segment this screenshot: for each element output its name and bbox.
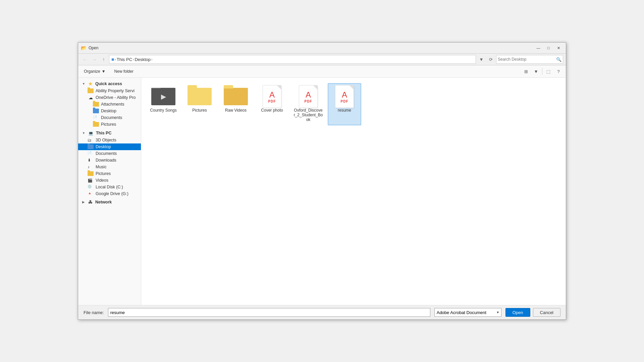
sidebar-item-pictures-label: Pictures: [96, 171, 111, 176]
acrobat-icon: A: [342, 90, 347, 100]
acrobat-icon: A: [269, 90, 275, 100]
folder-shape: [224, 88, 248, 105]
search-icon: 🔍: [556, 57, 561, 62]
sidebar-item-documents-quick[interactable]: 📄 Documents: [78, 114, 141, 121]
sidebar-item-ability-label: Ability Property Servi: [96, 88, 135, 93]
file-item-oxford[interactable]: A PDF Oxford_Discover_2_Student_Book: [291, 83, 325, 125]
sidebar-item-google-drive[interactable]: 🔺 Google Drive (G:): [78, 190, 141, 197]
sidebar-item-desktop-quick-label: Desktop: [101, 109, 116, 113]
forward-button[interactable]: →: [90, 55, 98, 63]
quick-access-header[interactable]: ▼ ★ Quick access: [78, 79, 141, 87]
pictures-folder-icon: [186, 86, 213, 107]
this-pc-header[interactable]: ▼ 💻 This PC: [78, 128, 141, 137]
footer: File name: Adobe Acrobat Document Open C…: [78, 305, 566, 319]
play-icon: ▶: [161, 93, 166, 101]
organize-button[interactable]: Organize ▼: [81, 67, 109, 76]
back-button[interactable]: ←: [81, 55, 89, 63]
network-header[interactable]: ▶ 🖧 Network: [78, 198, 141, 205]
title-bar: 📂 Open — □ ✕: [78, 43, 566, 54]
nav-bar: ← → ↑ ■ › This PC › Desktop › ▼ ⟳ 🔍: [78, 54, 566, 65]
sidebar-item-videos[interactable]: 🎬 Videos: [78, 177, 141, 184]
sidebar-item-downloads[interactable]: ⬇ Downloads: [78, 157, 141, 164]
file-name-input[interactable]: [108, 308, 430, 317]
file-name-label: File name:: [84, 310, 104, 315]
folder-blue-icon: [88, 144, 94, 149]
maximize-button[interactable]: □: [544, 45, 553, 51]
help-button[interactable]: ?: [554, 67, 563, 76]
folder-blue-icon: [93, 109, 99, 113]
breadcrumb-desktop[interactable]: Desktop: [135, 57, 151, 62]
view-dropdown-button[interactable]: ▼: [531, 67, 541, 76]
breadcrumb: ■ › This PC › Desktop ›: [109, 55, 476, 64]
sidebar-item-documents-label: Documents: [96, 151, 117, 156]
search-input[interactable]: [498, 57, 555, 62]
music-icon: ♪: [88, 165, 94, 169]
dialog-icon: 📂: [81, 45, 87, 51]
raw-videos-folder-icon: [222, 86, 249, 107]
quick-access-label: Quick access: [95, 81, 122, 86]
pdf-label: PDF: [268, 100, 276, 103]
sidebar-item-onedrive[interactable]: ☁ OneDrive - Ability Pro: [78, 94, 141, 101]
sidebar-item-desktop[interactable]: Desktop: [78, 143, 141, 150]
file-type-select[interactable]: Adobe Acrobat Document: [434, 308, 501, 317]
cover-photo-name: Cover photo: [261, 108, 283, 113]
sidebar-item-downloads-label: Downloads: [96, 158, 116, 163]
view-large-icon-button[interactable]: ⊞: [521, 67, 531, 76]
this-pc-section: ▼ 💻 This PC 🗂 3D Objects Desktop 📄 Docum…: [78, 128, 141, 197]
file-item-pictures[interactable]: Pictures: [183, 83, 216, 125]
docs-icon: 📄: [93, 115, 99, 120]
pictures-name: Pictures: [192, 108, 207, 113]
title-bar-controls: — □ ✕: [534, 45, 563, 51]
toolbar-right: ⊞ ▼ ⬚ ?: [521, 67, 563, 76]
minimize-button[interactable]: —: [534, 45, 543, 51]
folder-shape: [187, 88, 212, 105]
sidebar-item-3d-objects[interactable]: 🗂 3D Objects: [78, 137, 141, 143]
pdf-label: PDF: [341, 100, 348, 103]
network-section: ▶ 🖧 Network: [78, 198, 141, 205]
cancel-button[interactable]: Cancel: [533, 308, 560, 317]
open-button[interactable]: Open: [505, 308, 530, 317]
folder-icon: [88, 88, 94, 93]
sidebar-item-pictures[interactable]: Pictures: [78, 170, 141, 177]
sidebar-item-documents[interactable]: 📄 Documents: [78, 150, 141, 157]
oxford-icon: A PDF: [296, 86, 320, 107]
dialog-title: Open: [89, 46, 98, 50]
open-dialog: 📂 Open — □ ✕ ← → ↑ ■ › This PC › Desktop…: [78, 42, 566, 320]
oxford-name: Oxford_Discover_2_Student_Book: [293, 108, 323, 122]
sidebar-item-pictures-quick[interactable]: Pictures: [78, 121, 141, 128]
breadcrumb-thispc[interactable]: This PC: [117, 57, 132, 62]
sidebar-item-local-disk-label: Local Disk (C:): [96, 185, 123, 189]
cloud-icon: ☁: [88, 95, 94, 100]
sidebar-item-ability[interactable]: Ability Property Servi: [78, 87, 141, 94]
file-item-resume[interactable]: A PDF resume: [328, 83, 361, 125]
sidebar-item-local-disk[interactable]: 💿 Local Disk (C:): [78, 184, 141, 190]
network-icon: 🖧: [87, 200, 93, 204]
file-item-cover-photo[interactable]: A PDF Cover photo: [255, 83, 289, 125]
raw-videos-name: Raw Videos: [225, 108, 247, 113]
breadcrumb-sep2: ›: [133, 58, 134, 61]
file-item-raw-videos[interactable]: Raw Videos: [219, 83, 253, 125]
docs-icon: 📄: [88, 151, 94, 156]
sidebar-item-documents-quick-label: Documents: [101, 115, 122, 120]
disk-icon: 💿: [88, 185, 94, 189]
up-button[interactable]: ↑: [100, 55, 108, 63]
pc-icon: 💻: [88, 130, 94, 136]
refresh-button[interactable]: ⟳: [487, 55, 495, 63]
sidebar-item-attachments[interactable]: Attachments: [78, 101, 141, 108]
file-item-country-songs[interactable]: ▶ Country Songs: [147, 83, 180, 125]
sidebar: ▼ ★ Quick access Ability Property Servi …: [78, 78, 141, 305]
video-icon: 🎬: [88, 178, 94, 183]
sidebar-item-music[interactable]: ♪ Music: [78, 164, 141, 170]
country-songs-name: Country Songs: [150, 108, 176, 113]
folder-icon: [93, 102, 99, 107]
country-songs-icon: ▶: [150, 86, 177, 107]
organize-chevron-icon: ▼: [102, 69, 106, 74]
resume-name: resume: [338, 108, 351, 113]
breadcrumb-dropdown-button[interactable]: ▼: [477, 55, 485, 63]
preview-pane-button[interactable]: ⬚: [544, 67, 553, 76]
toolbar: Organize ▼ New folder ⊞ ▼ ⬚ ?: [78, 65, 566, 78]
close-button[interactable]: ✕: [554, 45, 563, 51]
breadcrumb-sep1: ›: [115, 58, 116, 61]
sidebar-item-desktop-quick[interactable]: Desktop: [78, 108, 141, 114]
new-folder-button[interactable]: New folder: [111, 67, 137, 76]
